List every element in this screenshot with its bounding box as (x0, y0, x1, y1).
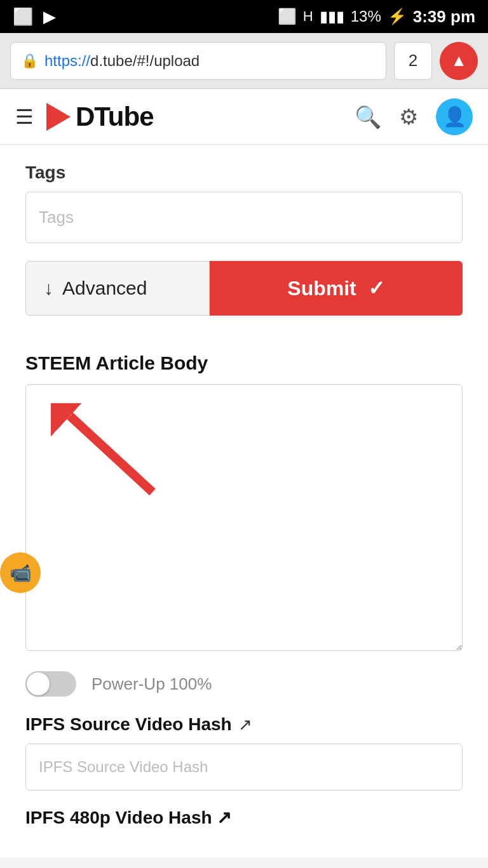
down-arrow-icon: ↓ (44, 277, 53, 299)
url-domain-path: d.tube/#!/upload (90, 52, 200, 69)
advanced-button-label: Advanced (62, 277, 147, 299)
menu-icon[interactable]: ☰ (15, 105, 34, 129)
settings-icon[interactable]: ⚙ (399, 104, 418, 130)
battery-percent: 13% (351, 8, 381, 25)
status-time: 3:39 pm (413, 7, 475, 27)
dtube-logo-triangle (46, 103, 71, 131)
tags-input[interactable] (25, 192, 463, 243)
ipfs-source-label-row: IPFS Source Video Hash ↗ (25, 708, 463, 744)
lock-icon: 🔒 (21, 53, 38, 69)
powerup-row: Power-Up 100% (25, 653, 463, 708)
external-link-icon[interactable]: ↗ (238, 715, 252, 735)
browser-bar: 🔒 https://d.tube/#!/upload 2 ▲ (0, 33, 488, 89)
dtube-logo-text: DTube (76, 102, 154, 132)
article-body-textarea[interactable] (25, 384, 463, 651)
whatsapp-icon: ⬜ (13, 7, 33, 27)
checkmark-icon: ✓ (368, 276, 385, 300)
battery-icon: ⚡ (388, 8, 407, 25)
tags-label: Tags (25, 145, 463, 192)
status-bar-left: ⬜ ▶ (13, 7, 56, 27)
search-icon[interactable]: 🔍 (355, 104, 381, 130)
dtube-logo: DTube (46, 102, 342, 132)
app-header: ☰ DTube 🔍 ⚙ 👤 (0, 89, 488, 145)
dtube-red-icon: ▲ (451, 51, 467, 70)
dtube-browser-icon[interactable]: ▲ (440, 42, 478, 80)
signal-icon: ▮▮▮ (320, 8, 344, 25)
powerup-label: Power-Up 100% (92, 674, 212, 694)
status-bar: ⬜ ▶ ⬜ H ▮▮▮ 13% ⚡ 3:39 pm (0, 0, 488, 33)
toggle-knob (27, 672, 50, 695)
action-row: ↓ Advanced Submit ✓ (25, 261, 463, 316)
header-icons: 🔍 ⚙ 👤 (355, 98, 473, 135)
steem-article-label: STEEM Article Body (25, 346, 463, 384)
url-text: https://d.tube/#!/upload (44, 52, 200, 70)
submit-button-label: Submit (287, 277, 356, 300)
page-content: Tags ↓ Advanced Submit ✓ STEEM Article B… (0, 145, 488, 857)
avatar-icon: 👤 (443, 105, 466, 128)
ipfs-source-input[interactable] (25, 744, 463, 791)
camera-fab[interactable]: 📹 (0, 552, 41, 593)
h-network-icon: H (303, 8, 313, 25)
video-call-icon: ▶ (43, 7, 56, 27)
camera-icon: 📹 (10, 563, 32, 584)
powerup-toggle[interactable] (25, 671, 76, 697)
advanced-button[interactable]: ↓ Advanced (25, 261, 210, 316)
ipfs-source-label: IPFS Source Video Hash (25, 714, 232, 735)
ipfs-480p-label: IPFS 480p Video Hash ↗ (25, 801, 463, 832)
avatar[interactable]: 👤 (436, 98, 473, 135)
tab-count-button[interactable]: 2 (394, 42, 432, 80)
url-bar[interactable]: 🔒 https://d.tube/#!/upload (10, 42, 386, 80)
submit-button[interactable]: Submit ✓ (210, 261, 463, 316)
status-bar-right: ⬜ H ▮▮▮ 13% ⚡ 3:39 pm (278, 7, 475, 27)
cast-icon: ⬜ (278, 8, 297, 25)
article-body-container (25, 384, 463, 653)
